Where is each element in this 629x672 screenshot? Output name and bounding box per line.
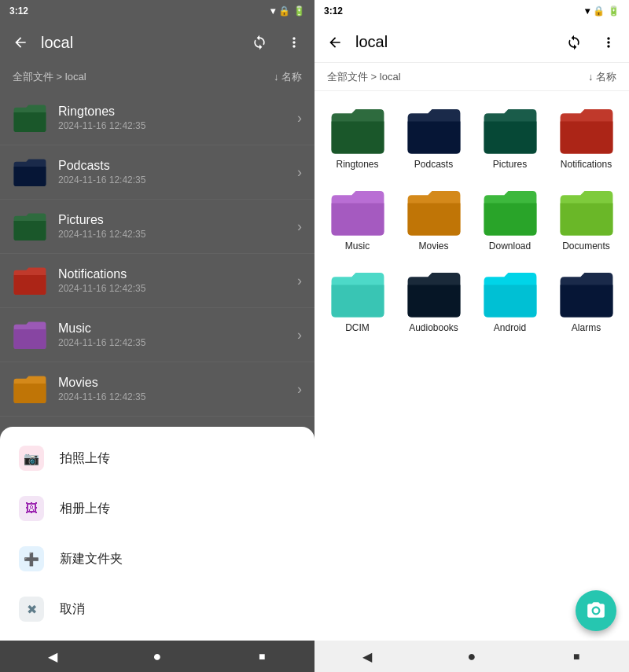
chevron-right-icon: › [297,381,302,398]
grid-folder[interactable]: DCIM [321,264,394,340]
back-button[interactable] [6,28,35,57]
action-sheet: 📷 拍照上传 🖼 相册上传 ➕ 新建文件夹 ✖ 取消 [0,427,314,641]
file-name: Movies [58,376,297,390]
file-item[interactable]: Ringtones 2024-11-16 12:42:35 › [0,91,314,145]
file-item[interactable]: Podcasts 2024-11-16 12:42:35 › [0,145,314,200]
file-info: Podcasts 2024-11-16 12:42:35 [58,159,297,185]
right-folder-grid: Ringtones Podcasts Pictures Notification… [314,91,629,641]
right-sort-label[interactable]: ↓ 名称 [588,70,616,84]
grid-folder-name: Download [489,241,531,252]
folder-icon [13,101,47,135]
nav-recent-button[interactable]: ■ [246,641,278,672]
grid-folder[interactable]: Notifications [550,101,623,176]
right-status-time: 3:12 [324,6,343,17]
grid-folder-icon [558,107,615,154]
file-date: 2024-11-16 12:42:35 [58,120,297,131]
grid-folder-name: Ringtones [336,159,378,170]
file-date: 2024-11-16 12:42:35 [58,391,297,402]
left-status-time: 3:12 [9,6,28,17]
right-more-button[interactable] [594,28,623,57]
chevron-right-icon: › [297,110,302,127]
grid-folder[interactable]: Audiobooks [397,264,470,340]
folder-icon [13,155,47,189]
right-status-bar: 3:12 ▾ 🔒 🔋 [314,0,629,22]
more-button[interactable] [280,28,308,57]
chevron-right-icon: › [297,164,302,181]
action-icon: 📷 [19,446,44,471]
header-title: local [41,34,239,52]
grid-folder-name: Audiobooks [409,322,458,333]
file-info: Movies 2024-11-16 12:42:35 [58,376,297,402]
left-breadcrumb-bar: 全部文件 > local ↓ 名称 [0,63,314,91]
grid-folder-name: Android [494,322,526,333]
left-breadcrumb: 全部文件 > local [13,70,86,84]
right-breadcrumb: 全部文件 > local [327,70,401,84]
grid-folder[interactable]: Pictures [473,101,546,176]
grid-folder[interactable]: Podcasts [397,101,470,176]
grid-folder-name: Movies [418,241,448,252]
grid-folder[interactable]: Download [473,182,546,258]
action-item[interactable]: 📷 拍照上传 [0,433,314,483]
left-nav-bar: ◀ ● ■ [0,641,314,672]
right-nav-bar: ◀ ● ■ [314,641,629,672]
left-sort-label[interactable]: ↓ 名称 [274,70,302,84]
file-info: Music 2024-11-16 12:42:35 [58,321,297,348]
action-item[interactable]: ✖ 取消 [0,584,314,634]
file-info: Pictures 2024-11-16 12:42:35 [58,213,297,240]
refresh-button[interactable] [245,28,274,57]
file-item[interactable]: Pictures 2024-11-16 12:42:35 › [0,200,314,254]
right-status-icons: ▾ 🔒 🔋 [585,6,620,17]
file-date: 2024-11-16 12:42:35 [58,283,297,294]
file-item[interactable]: Notifications 2024-11-16 12:42:35 › [0,254,314,308]
grid-folder-name: Music [345,241,370,252]
right-header-title: local [355,33,554,51]
file-item[interactable]: Music 2024-11-16 12:42:35 › [0,308,314,362]
left-header: local [0,22,314,63]
grid-folder[interactable]: Movies [397,182,470,258]
folder-icon [13,209,47,244]
file-date: 2024-11-16 12:42:35 [58,229,297,240]
chevron-right-icon: › [297,327,302,343]
grid-folder-name: DCIM [345,322,370,333]
right-nav-back[interactable]: ◀ [351,641,383,672]
grid-folder-icon [329,270,386,318]
file-date: 2024-11-16 12:42:35 [58,174,297,185]
right-nav-recent[interactable]: ■ [561,641,592,672]
grid-folder[interactable]: Alarms [550,264,623,340]
chevron-right-icon: › [297,273,302,289]
grid-folder-icon [406,189,462,236]
grid-folder-icon [406,107,462,154]
right-nav-home[interactable]: ● [456,641,487,672]
file-name: Pictures [58,213,297,227]
folder-icon [13,318,47,352]
grid-folder[interactable]: Documents [550,182,623,258]
grid-folder-icon [329,189,386,236]
file-info: Ringtones 2024-11-16 12:42:35 [58,105,297,131]
grid-folder[interactable]: Music [321,182,394,258]
grid-folder-name: Pictures [493,159,527,170]
nav-back-button[interactable]: ◀ [37,641,68,672]
grid-folder-name: Documents [562,241,610,252]
grid-folder[interactable]: Android [473,264,546,340]
file-name: Music [58,321,297,336]
grid-folder-icon [329,107,386,154]
action-item[interactable]: 🖼 相册上传 [0,483,314,534]
right-back-button[interactable] [321,28,349,57]
file-name: Ringtones [58,105,297,119]
action-item[interactable]: ➕ 新建文件夹 [0,534,314,584]
file-date: 2024-11-16 12:42:35 [58,337,297,348]
fab-camera[interactable] [576,590,616,631]
grid-folder-icon [482,189,539,236]
chevron-right-icon: › [297,218,302,235]
grid-folder-icon [482,107,539,154]
right-refresh-button[interactable] [560,28,588,57]
action-label: 相册上传 [60,501,110,517]
grid-folder-name: Alarms [572,322,601,333]
file-item[interactable]: Movies 2024-11-16 12:42:35 › [0,362,314,417]
file-info: Notifications 2024-11-16 12:42:35 [58,267,297,294]
action-label: 取消 [60,601,85,618]
nav-home-button[interactable]: ● [142,641,173,672]
left-status-icons: ▾ 🔒 🔋 [270,6,305,17]
grid-folder[interactable]: Ringtones [321,101,394,176]
action-icon: ➕ [19,546,44,571]
